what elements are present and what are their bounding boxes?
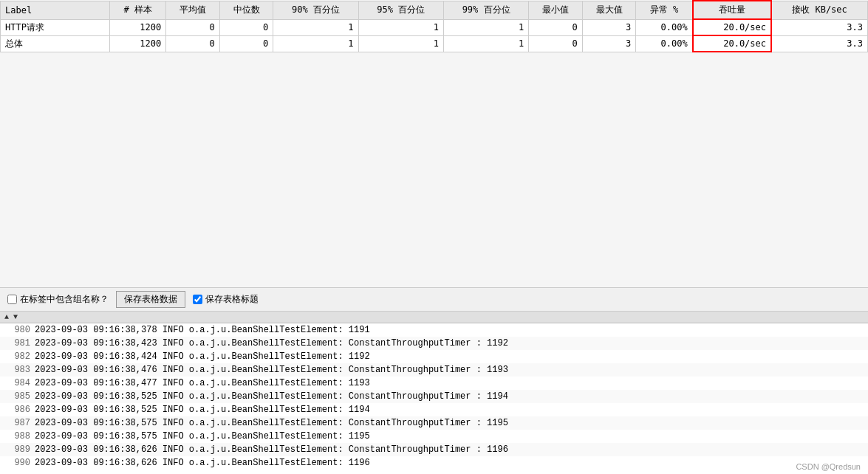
table-cell: 0: [166, 19, 220, 35]
table-cell: 20.0/sec: [693, 19, 771, 35]
table-cell: 1: [358, 35, 443, 52]
col-label: Label: [1, 1, 110, 19]
log-line: 9842023-09-03 09:16:38,477 INFO o.a.j.u.…: [0, 377, 868, 390]
log-line-number: 985: [4, 390, 30, 403]
table-cell: 20.0/sec: [693, 35, 771, 52]
log-line: 9892023-09-03 09:16:38,626 INFO o.a.j.u.…: [0, 443, 868, 456]
col-avg: 平均值: [166, 1, 220, 19]
table-cell: 1: [443, 35, 528, 52]
log-line: 9822023-09-03 09:16:38,424 INFO o.a.j.u.…: [0, 350, 868, 363]
log-line-number: 986: [4, 403, 30, 416]
stats-table-section: Label # 样本 平均值 中位数 90% 百分位 95% 百分位 99% 百…: [0, 0, 868, 288]
col-samples: # 样本: [110, 1, 166, 19]
table-row: HTTP请求120000111030.00%20.0/sec3.3: [1, 19, 868, 35]
log-line-text: 2023-09-03 09:16:38,626 INFO o.a.j.u.Bea…: [35, 443, 508, 456]
table-cell: 3: [582, 19, 636, 35]
table-cell: 1200: [110, 35, 166, 52]
log-line-text: 2023-09-03 09:16:38,477 INFO o.a.j.u.Bea…: [35, 377, 370, 390]
log-line-number: 988: [4, 430, 30, 443]
save-header-checkbox[interactable]: [193, 295, 202, 304]
table-cell: 3.3: [771, 19, 868, 35]
table-cell: 1: [273, 19, 358, 35]
table-cell: 1200: [110, 19, 166, 35]
log-line-number: 990: [4, 456, 30, 470]
empty-table-area: [0, 52, 868, 259]
col-receive: 接收 KB/sec: [771, 1, 868, 19]
log-line-text: 2023-09-03 09:16:38,575 INFO o.a.j.u.Bea…: [35, 416, 508, 430]
table-cell: 1: [273, 35, 358, 52]
stats-table: Label # 样本 平均值 中位数 90% 百分位 95% 百分位 99% 百…: [0, 0, 868, 52]
log-header: ▲ ▼: [0, 312, 868, 323]
log-line-text: 2023-09-03 09:16:38,476 INFO o.a.j.u.Bea…: [35, 363, 508, 377]
table-cell: 0: [529, 19, 583, 35]
log-content: 9802023-09-03 09:16:38,378 INFO o.a.j.u.…: [0, 323, 868, 470]
include-group-label[interactable]: 在标签中包含组名称？: [7, 293, 109, 306]
log-line: 9902023-09-03 09:16:38,626 INFO o.a.j.u.…: [0, 456, 868, 470]
log-line: 9872023-09-03 09:16:38,575 INFO o.a.j.u.…: [0, 416, 868, 430]
log-line-number: 980: [4, 323, 30, 337]
log-line-number: 983: [4, 363, 30, 377]
table-cell: 3.3: [771, 35, 868, 52]
log-collapse-arrow[interactable]: ▲ ▼: [4, 313, 18, 321]
log-section[interactable]: ▲ ▼ 9802023-09-03 09:16:38,378 INFO o.a.…: [0, 312, 868, 474]
watermark: CSDN @Qredsun: [796, 462, 861, 471]
table-cell: 0.00%: [636, 19, 693, 35]
col-error: 异常 %: [636, 1, 693, 19]
table-cell: 0: [166, 35, 220, 52]
table-cell: 0: [219, 19, 273, 35]
save-header-text: 保存表格标题: [205, 293, 259, 306]
col-min: 最小值: [529, 1, 583, 19]
log-line: 9852023-09-03 09:16:38,525 INFO o.a.j.u.…: [0, 390, 868, 403]
col-throughput: 吞吐量: [693, 1, 771, 19]
toolbar-section: 在标签中包含组名称？ 保存表格数据 保存表格标题: [0, 288, 868, 312]
col-median: 中位数: [219, 1, 273, 19]
col-p95: 95% 百分位: [358, 1, 443, 19]
log-line: 9802023-09-03 09:16:38,378 INFO o.a.j.u.…: [0, 323, 868, 337]
log-line: 9862023-09-03 09:16:38,525 INFO o.a.j.u.…: [0, 403, 868, 416]
col-p90: 90% 百分位: [273, 1, 358, 19]
table-row: 总体120000111030.00%20.0/sec3.3: [1, 35, 868, 52]
log-line-number: 984: [4, 377, 30, 390]
table-cell: 总体: [1, 35, 110, 52]
save-header-label[interactable]: 保存表格标题: [193, 293, 259, 306]
log-line-text: 2023-09-03 09:16:38,626 INFO o.a.j.u.Bea…: [35, 456, 370, 470]
include-group-checkbox[interactable]: [7, 295, 17, 304]
log-line-number: 989: [4, 443, 30, 456]
table-cell: 3: [582, 35, 636, 52]
col-p99: 99% 百分位: [443, 1, 528, 19]
log-line-number: 982: [4, 350, 30, 363]
table-cell: 1: [443, 19, 528, 35]
log-line-number: 981: [4, 337, 30, 350]
log-line-text: 2023-09-03 09:16:38,525 INFO o.a.j.u.Bea…: [35, 390, 508, 403]
log-line-text: 2023-09-03 09:16:38,424 INFO o.a.j.u.Bea…: [35, 350, 370, 363]
log-line-text: 2023-09-03 09:16:38,575 INFO o.a.j.u.Bea…: [35, 430, 370, 443]
col-max: 最大值: [582, 1, 636, 19]
table-cell: 1: [358, 19, 443, 35]
log-line-text: 2023-09-03 09:16:38,378 INFO o.a.j.u.Bea…: [35, 323, 370, 337]
include-group-text: 在标签中包含组名称？: [20, 293, 109, 306]
save-data-button[interactable]: 保存表格数据: [116, 291, 185, 308]
log-line-number: 987: [4, 416, 30, 430]
log-line-text: 2023-09-03 09:16:38,525 INFO o.a.j.u.Bea…: [35, 403, 370, 416]
table-cell: 0: [219, 35, 273, 52]
table-cell: 0: [529, 35, 583, 52]
log-line-text: 2023-09-03 09:16:38,423 INFO o.a.j.u.Bea…: [35, 337, 508, 350]
log-line: 9882023-09-03 09:16:38,575 INFO o.a.j.u.…: [0, 430, 868, 443]
log-line: 9812023-09-03 09:16:38,423 INFO o.a.j.u.…: [0, 337, 868, 350]
table-cell: 0.00%: [636, 35, 693, 52]
table-cell: HTTP请求: [1, 19, 110, 35]
log-line: 9832023-09-03 09:16:38,476 INFO o.a.j.u.…: [0, 363, 868, 377]
